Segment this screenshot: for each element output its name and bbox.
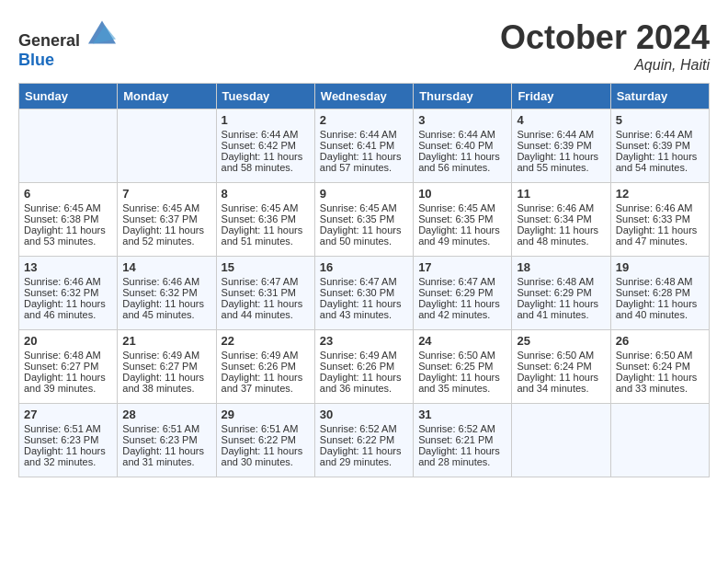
daylight-text: Daylight: 11 hours and 56 minutes. <box>418 151 506 173</box>
sunset-text: Sunset: 6:32 PM <box>122 287 210 298</box>
title-section: October 2024 Aquin, Haiti <box>500 18 710 74</box>
weekday-header-row: SundayMondayTuesdayWednesdayThursdayFrid… <box>19 84 710 109</box>
sunrise-text: Sunrise: 6:47 AM <box>418 276 506 287</box>
day-number: 2 <box>320 113 408 127</box>
weekday-header-tuesday: Tuesday <box>216 84 314 109</box>
sunrise-text: Sunrise: 6:50 AM <box>616 350 704 361</box>
daylight-text: Daylight: 11 hours and 31 minutes. <box>122 445 210 467</box>
sunset-text: Sunset: 6:31 PM <box>222 287 310 298</box>
calendar-cell: 3Sunrise: 6:44 AMSunset: 6:40 PMDaylight… <box>414 109 512 183</box>
day-number: 14 <box>122 260 210 274</box>
calendar-cell: 22Sunrise: 6:49 AMSunset: 6:26 PMDayligh… <box>216 330 314 404</box>
daylight-text: Daylight: 11 hours and 39 minutes. <box>24 372 112 394</box>
sunrise-text: Sunrise: 6:51 AM <box>24 423 112 434</box>
sunset-text: Sunset: 6:21 PM <box>418 434 506 445</box>
sunset-text: Sunset: 6:23 PM <box>122 434 210 445</box>
day-number: 24 <box>418 334 506 348</box>
daylight-text: Daylight: 11 hours and 57 minutes. <box>320 151 408 173</box>
calendar-cell: 24Sunrise: 6:50 AMSunset: 6:25 PMDayligh… <box>414 330 512 404</box>
sunrise-text: Sunrise: 6:46 AM <box>122 276 210 287</box>
calendar-cell: 15Sunrise: 6:47 AMSunset: 6:31 PMDayligh… <box>216 257 314 330</box>
sunset-text: Sunset: 6:32 PM <box>24 287 112 298</box>
calendar-cell: 13Sunrise: 6:46 AMSunset: 6:32 PMDayligh… <box>19 257 118 330</box>
sunrise-text: Sunrise: 6:45 AM <box>122 202 210 213</box>
day-number: 20 <box>24 334 112 348</box>
calendar-cell: 23Sunrise: 6:49 AMSunset: 6:26 PMDayligh… <box>314 330 413 404</box>
sunrise-text: Sunrise: 6:50 AM <box>517 350 605 361</box>
daylight-text: Daylight: 11 hours and 52 minutes. <box>122 224 210 247</box>
sunrise-text: Sunrise: 6:45 AM <box>320 202 408 213</box>
daylight-text: Daylight: 11 hours and 40 minutes. <box>616 298 704 320</box>
sunset-text: Sunset: 6:25 PM <box>418 361 506 372</box>
day-number: 7 <box>122 187 210 201</box>
day-number: 28 <box>122 408 210 421</box>
daylight-text: Daylight: 11 hours and 49 minutes. <box>418 224 506 247</box>
weekday-header-sunday: Sunday <box>19 84 118 109</box>
calendar-cell: 19Sunrise: 6:48 AMSunset: 6:28 PMDayligh… <box>610 257 709 330</box>
calendar-cell: 7Sunrise: 6:45 AMSunset: 6:37 PMDaylight… <box>118 183 216 257</box>
day-number: 3 <box>418 113 506 127</box>
logo-general: General <box>18 31 80 50</box>
sunset-text: Sunset: 6:36 PM <box>222 213 310 224</box>
daylight-text: Daylight: 11 hours and 35 minutes. <box>418 372 506 394</box>
calendar-cell <box>19 109 118 183</box>
daylight-text: Daylight: 11 hours and 46 minutes. <box>24 298 112 320</box>
daylight-text: Daylight: 11 hours and 38 minutes. <box>122 372 210 394</box>
daylight-text: Daylight: 11 hours and 30 minutes. <box>222 445 310 467</box>
week-row-4: 20Sunrise: 6:48 AMSunset: 6:27 PMDayligh… <box>19 330 710 404</box>
daylight-text: Daylight: 11 hours and 33 minutes. <box>616 372 704 394</box>
daylight-text: Daylight: 11 hours and 45 minutes. <box>122 298 210 320</box>
sunset-text: Sunset: 6:39 PM <box>616 140 704 151</box>
daylight-text: Daylight: 11 hours and 44 minutes. <box>222 298 310 320</box>
calendar-cell: 17Sunrise: 6:47 AMSunset: 6:29 PMDayligh… <box>414 257 512 330</box>
sunrise-text: Sunrise: 6:44 AM <box>320 129 408 140</box>
calendar-cell: 21Sunrise: 6:49 AMSunset: 6:27 PMDayligh… <box>118 330 216 404</box>
sunrise-text: Sunrise: 6:46 AM <box>616 202 704 213</box>
day-number: 25 <box>517 334 605 348</box>
week-row-5: 27Sunrise: 6:51 AMSunset: 6:23 PMDayligh… <box>19 404 710 477</box>
sunset-text: Sunset: 6:37 PM <box>122 213 210 224</box>
sunset-text: Sunset: 6:29 PM <box>517 287 605 298</box>
weekday-header-monday: Monday <box>118 84 216 109</box>
sunrise-text: Sunrise: 6:47 AM <box>320 276 408 287</box>
calendar-cell: 31Sunrise: 6:52 AMSunset: 6:21 PMDayligh… <box>414 404 512 477</box>
daylight-text: Daylight: 11 hours and 32 minutes. <box>24 445 112 467</box>
sunrise-text: Sunrise: 6:49 AM <box>222 350 310 361</box>
day-number: 15 <box>222 260 310 274</box>
calendar-table: SundayMondayTuesdayWednesdayThursdayFrid… <box>18 83 710 477</box>
calendar-cell: 9Sunrise: 6:45 AMSunset: 6:35 PMDaylight… <box>314 183 413 257</box>
week-row-2: 6Sunrise: 6:45 AMSunset: 6:38 PMDaylight… <box>19 183 710 257</box>
sunrise-text: Sunrise: 6:44 AM <box>616 129 704 140</box>
week-row-1: 1Sunrise: 6:44 AMSunset: 6:42 PMDaylight… <box>19 109 710 183</box>
day-number: 30 <box>320 408 408 421</box>
weekday-header-saturday: Saturday <box>610 84 709 109</box>
daylight-text: Daylight: 11 hours and 34 minutes. <box>517 372 605 394</box>
sunrise-text: Sunrise: 6:49 AM <box>320 350 408 361</box>
daylight-text: Daylight: 11 hours and 55 minutes. <box>517 151 605 173</box>
day-number: 18 <box>517 260 605 274</box>
day-number: 10 <box>418 187 506 201</box>
sunset-text: Sunset: 6:24 PM <box>517 361 605 372</box>
sunrise-text: Sunrise: 6:44 AM <box>517 129 605 140</box>
calendar-cell: 10Sunrise: 6:45 AMSunset: 6:35 PMDayligh… <box>414 183 512 257</box>
calendar-cell <box>118 109 216 183</box>
calendar-cell: 25Sunrise: 6:50 AMSunset: 6:24 PMDayligh… <box>512 330 610 404</box>
sunset-text: Sunset: 6:23 PM <box>24 434 112 445</box>
calendar-cell: 29Sunrise: 6:51 AMSunset: 6:22 PMDayligh… <box>216 404 314 477</box>
day-number: 16 <box>320 260 408 274</box>
sunset-text: Sunset: 6:28 PM <box>616 287 704 298</box>
day-number: 1 <box>222 113 310 127</box>
daylight-text: Daylight: 11 hours and 48 minutes. <box>517 224 605 247</box>
sunrise-text: Sunrise: 6:46 AM <box>517 202 605 213</box>
weekday-header-friday: Friday <box>512 84 610 109</box>
weekday-header-thursday: Thursday <box>414 84 512 109</box>
daylight-text: Daylight: 11 hours and 58 minutes. <box>222 151 310 173</box>
day-number: 26 <box>616 334 704 348</box>
daylight-text: Daylight: 11 hours and 43 minutes. <box>320 298 408 320</box>
sunset-text: Sunset: 6:22 PM <box>222 434 310 445</box>
calendar-cell: 1Sunrise: 6:44 AMSunset: 6:42 PMDaylight… <box>216 109 314 183</box>
day-number: 5 <box>616 113 704 127</box>
daylight-text: Daylight: 11 hours and 41 minutes. <box>517 298 605 320</box>
day-number: 17 <box>418 260 506 274</box>
sunset-text: Sunset: 6:30 PM <box>320 287 408 298</box>
